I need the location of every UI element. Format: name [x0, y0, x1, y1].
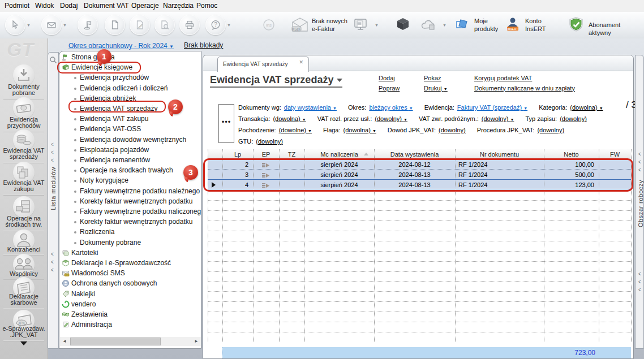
tree-item[interactable]: Strona główna [59, 52, 201, 62]
sidebar-item-label[interactable]: Ewidencja VAT sprzedaży [0, 148, 48, 160]
action-link-koryguj-podatek-vat[interactable]: Koryguj podatek VAT [474, 73, 575, 84]
tree-item[interactable]: Ewidencja VAT zakupu [59, 114, 201, 124]
sidebar-item-label[interactable]: Wspólnicy [0, 271, 48, 277]
filter-value[interactable]: daty wystawienia ▼ [284, 104, 337, 111]
edit-document-button[interactable] [130, 15, 150, 35]
cube-icon[interactable] [395, 16, 411, 34]
filter-value[interactable]: bieżący okres ▼ [369, 104, 413, 111]
action-link-popraw[interactable]: Popraw [379, 84, 400, 94]
konto-insert-icon[interactable]: InsERT [505, 16, 520, 34]
filter-value[interactable]: (dowolny) ▼ [482, 115, 514, 122]
sidebar-item-label[interactable]: Operacje na środkach trw. [0, 215, 48, 228]
new-document-button[interactable] [105, 15, 125, 35]
tree-item[interactable]: Noty korygujące [59, 175, 201, 185]
filter-value[interactable]: (dowolny) ▼ [375, 115, 407, 122]
abonament-icon[interactable] [568, 16, 585, 36]
menu-item-1[interactable]: Podmiot [5, 2, 29, 10]
tree-item[interactable]: Zestawienia [59, 309, 201, 319]
tree-item[interactable]: Ewidencja dowodów wewnętrznych [59, 135, 201, 145]
action-link-dokumenty-naliczane-w-dniu-zap-aty[interactable]: Dokumenty naliczane w dniu zapłaty [474, 84, 575, 94]
menu-item-7[interactable]: Pomoc [196, 2, 217, 10]
menu-item-4[interactable]: Dokument VAT [84, 2, 129, 10]
module-list-strip[interactable]: <<<Lista modułów<<< [48, 52, 59, 349]
tree-item[interactable]: Rozliczenia [59, 227, 201, 237]
abonament-label[interactable]: Abonament aktywny [589, 21, 644, 37]
filter-value[interactable]: (dowolny) [439, 127, 466, 133]
menu-item-3[interactable]: Dodaj [60, 2, 78, 10]
select-button[interactable] [5, 15, 25, 35]
scroll-left-icon[interactable]: ◄ [60, 337, 69, 346]
tree-item[interactable]: Faktury wewnętrzne podatku należnego [59, 186, 201, 196]
tree-item[interactable]: Administracja [59, 319, 201, 330]
moje-produkty-icon[interactable] [455, 17, 471, 35]
tree-item[interactable]: Ochrona danych osobowych [59, 278, 201, 288]
scrollbar-thumb[interactable] [70, 338, 161, 345]
filter-value[interactable]: (dowolny) [256, 138, 283, 145]
sidebar-item-label[interactable]: Deklaracje skarbowe [0, 293, 48, 306]
documents-monitor-icon[interactable] [354, 18, 370, 34]
menu-item-5[interactable]: Operacje [131, 2, 159, 10]
print-button[interactable] [179, 15, 200, 35]
workspace-strip[interactable]: <<<Obszar roboczy<<< [635, 55, 644, 349]
page-title[interactable]: Ewidencja VAT sprzedaży [210, 74, 342, 88]
send-button[interactable] [41, 15, 62, 35]
cloud-icon[interactable] [420, 18, 438, 34]
sidebar-more-caret-icon[interactable] [20, 341, 27, 345]
cloud-dropdown-icon[interactable]: ▼ [443, 23, 446, 27]
tree-item[interactable]: Naklejki [59, 289, 201, 299]
tree-item[interactable]: Ewidencja przychodów [59, 72, 201, 83]
tree-item[interactable]: Ewidencja remanentów [59, 155, 201, 165]
action-link-dodaj[interactable]: Dodaj [379, 73, 400, 84]
filter-value[interactable]: (dowolna) ▼ [344, 127, 376, 133]
ksef-label[interactable]: Brak nowych e-Faktur [312, 17, 347, 33]
tree-item[interactable]: Kartoteki [59, 248, 201, 258]
menu-item-6[interactable]: Narzędzia [163, 2, 194, 10]
sidebar-item-label[interactable]: Kontrahenci [0, 246, 48, 253]
send-dropdown-icon[interactable]: ▼ [63, 23, 67, 27]
menu-item-2[interactable]: Widok [35, 2, 54, 10]
filter-value[interactable]: (dowolny) [560, 115, 587, 122]
tree-item[interactable]: Ewidencja odliczeń i doliczeń [59, 83, 201, 93]
tree-item[interactable]: Eksploatacja pojazdów [59, 145, 201, 155]
filter-value[interactable]: (dowolny) [537, 127, 564, 133]
tab-close-icon[interactable]: ✕ [299, 59, 303, 65]
tree-item[interactable]: SMSWiadomości SMS [59, 268, 201, 278]
flag-button[interactable] [78, 15, 98, 35]
select-dropdown-icon[interactable]: ▼ [27, 23, 31, 27]
documents-monitor-dropdown-icon[interactable]: ▼ [375, 23, 379, 27]
search-icon[interactable] [49, 56, 57, 66]
help-dropdown-icon[interactable]: ▼ [227, 23, 231, 27]
action-link-drukuj[interactable]: Drukuj ▼ [424, 84, 448, 94]
sidebar-item-label[interactable]: Dokumenty pobrane [0, 84, 48, 96]
tab-ewidencja-vat-sprzedazy[interactable]: Ewidencja VAT sprzedaży ✕ [217, 57, 309, 72]
sidebar-item-label[interactable]: Ewidencja przychodów [0, 116, 48, 129]
moje-produkty-label[interactable]: Moje produkty [474, 17, 498, 33]
ksef-efaktury-icon[interactable]: KSeF [290, 16, 310, 36]
tree-item[interactable]: Deklaracje i e-Sprawozdawczość [59, 258, 201, 268]
tree-item[interactable]: Korekty faktur wewnętrznych podatku [59, 196, 201, 206]
accounting-period-link[interactable]: Okres obrachunkowy - Rok 2024 ▼ [68, 42, 174, 50]
action-link-poka-[interactable]: Pokaż [424, 73, 448, 84]
tree-item-label: Dokumenty pobrane [80, 239, 141, 246]
filter-value[interactable]: (dowolna) ▼ [570, 104, 603, 111]
tree-item[interactable]: Operacje na środkach trwałych [59, 165, 201, 175]
filter-value[interactable]: (dowolna) ▼ [273, 115, 306, 122]
lock-status-link[interactable]: Brak blokady [184, 41, 223, 49]
ins-icon[interactable]: ins [261, 18, 276, 34]
filter-value[interactable]: (dowolne) ▼ [279, 127, 312, 133]
konto-insert-label[interactable]: Konto InsERT [525, 17, 546, 33]
tree-item[interactable]: Faktury wewnętrzne podatku naliczonego [59, 206, 201, 217]
more-filters-button[interactable]: ••• [218, 104, 234, 143]
filter-value[interactable]: Faktury VAT (sprzedaż) ▼ [457, 104, 527, 111]
sidebar-item-label[interactable]: e-Sprawozdaw. .JPK_VAT [0, 326, 48, 338]
tree-item[interactable]: Dokumenty pobrane [59, 237, 201, 248]
tree-item[interactable]: Korekty faktur wewnętrznych podatku [59, 217, 201, 227]
tree-horizontal-scrollbar[interactable]: ◄► [60, 337, 201, 346]
view-document-button[interactable] [154, 15, 175, 35]
sidebar-item-label[interactable]: Ewidencja VAT zakupu [0, 180, 48, 192]
tree-item[interactable]: Ewidencja VAT-OSS [59, 124, 201, 134]
scroll-right-icon[interactable]: ► [192, 337, 201, 346]
report-icon [62, 310, 70, 320]
help-button[interactable]: ? [205, 15, 226, 35]
tree-item[interactable]: vendero [59, 299, 201, 309]
